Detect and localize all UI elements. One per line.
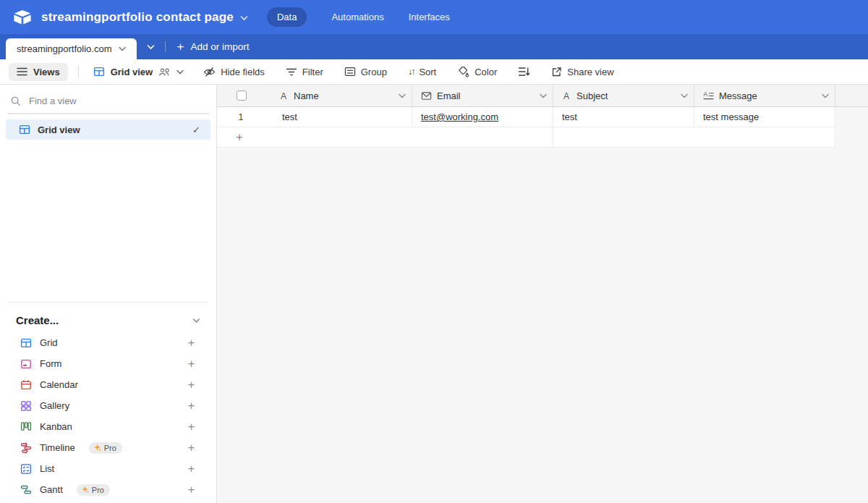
create-view-calendar[interactable]: Calendar + <box>0 374 216 395</box>
views-sidebar-toggle-button[interactable]: Views <box>9 63 68 81</box>
grid-view-icon <box>19 124 30 135</box>
create-view-gantt[interactable]: Gantt Pro + <box>0 479 216 500</box>
single-line-text-icon: A <box>279 91 289 101</box>
column-header-email[interactable]: Email <box>412 85 553 106</box>
chevron-down-icon[interactable] <box>538 92 548 100</box>
create-header-label: Create... <box>16 314 192 326</box>
cell-email[interactable]: test@working.com <box>412 107 553 127</box>
pro-badge: Pro <box>77 484 110 496</box>
svg-text:A: A <box>563 91 569 101</box>
color-button[interactable]: Color <box>451 64 503 80</box>
sidebar-view-grid-view[interactable]: Grid view ✓ <box>6 119 210 140</box>
group-label: Group <box>361 67 387 77</box>
filter-button[interactable]: Filter <box>280 64 329 80</box>
sort-label: Sort <box>419 67 436 77</box>
view-search-input[interactable] <box>29 96 174 106</box>
hide-fields-button[interactable]: Hide fields <box>197 64 271 80</box>
column-header-message[interactable]: A Message <box>694 85 835 106</box>
grid-header-row: A Name Email <box>217 85 868 107</box>
column-header-subject[interactable]: A Subject <box>553 85 694 106</box>
create-view-timeline[interactable]: Timeline Pro + <box>0 437 216 458</box>
add-row-button[interactable]: + <box>217 127 553 148</box>
create-item-label: Timeline <box>40 442 75 453</box>
chevron-down-icon <box>176 69 184 75</box>
chevron-down-icon[interactable] <box>820 92 830 100</box>
plus-icon: + <box>188 400 195 413</box>
plus-icon: + <box>236 130 243 145</box>
cell-message[interactable]: test message <box>694 107 835 127</box>
cell-subject[interactable]: test <box>553 107 694 127</box>
column-label: Message <box>719 90 757 101</box>
chevron-down-icon[interactable] <box>397 92 407 100</box>
current-view-button[interactable]: Grid view <box>89 63 189 80</box>
create-item-label: Gallery <box>40 400 69 411</box>
row-height-button[interactable] <box>512 64 536 80</box>
create-view-grid[interactable]: Grid + <box>0 332 216 353</box>
add-or-import-button[interactable]: + Add or import <box>166 41 261 53</box>
nav-tab-data[interactable]: Data <box>267 7 307 27</box>
column-label: Name <box>294 90 319 101</box>
chevron-down-icon[interactable] <box>679 92 689 100</box>
table-tab-bar: streamingportfolio.com + Add or import <box>0 34 868 59</box>
current-view-label: Grid view <box>111 67 153 77</box>
chevron-down-icon <box>240 15 248 21</box>
select-all-checkbox[interactable] <box>237 90 247 101</box>
create-view-gallery[interactable]: Gallery + <box>0 395 216 416</box>
hide-fields-label: Hide fields <box>221 67 265 77</box>
table-tab-active[interactable]: streamingportfolio.com <box>6 38 137 59</box>
email-link[interactable]: test@working.com <box>421 111 498 122</box>
cell-name[interactable]: test <box>265 107 412 127</box>
nav-tab-interfaces[interactable]: Interfaces <box>409 12 450 22</box>
sparkle-icon <box>81 486 89 494</box>
nav-tab-automations[interactable]: Automations <box>331 12 383 22</box>
header-filler <box>835 85 868 106</box>
add-row: + <box>217 127 868 148</box>
create-section-header[interactable]: Create... <box>0 303 216 332</box>
gallery-view-icon <box>20 400 32 412</box>
base-title-text: streamingportfolio contact page <box>41 10 234 25</box>
airtable-logo-icon[interactable] <box>13 9 33 25</box>
filter-label: Filter <box>302 67 323 77</box>
create-item-label: Grid <box>40 337 58 348</box>
svg-text:A: A <box>704 91 708 98</box>
create-view-kanban[interactable]: Kanban + <box>0 416 216 437</box>
pro-badge-label: Pro <box>92 486 104 494</box>
chevron-down-icon <box>192 318 200 324</box>
kanban-view-icon <box>20 421 32 433</box>
view-toolbar: Views Grid view Hide fields <box>0 59 868 85</box>
view-item-label: Grid view <box>38 124 185 135</box>
create-item-label: Calendar <box>40 379 78 390</box>
table-tab-label: streamingportfolio.com <box>17 43 112 54</box>
table-row: 1 test test@working.com test test messag… <box>217 107 868 127</box>
share-view-button[interactable]: Share view <box>545 64 619 80</box>
group-icon <box>344 67 356 77</box>
column-header-name[interactable]: A Name <box>265 85 412 106</box>
chevron-down-icon <box>147 44 155 50</box>
chevron-down-icon <box>119 46 126 51</box>
timeline-view-icon <box>20 442 32 454</box>
sort-button[interactable]: ↓↑ Sort <box>402 64 442 80</box>
create-view-list[interactable]: List + <box>0 458 216 479</box>
row-height-icon <box>518 67 530 77</box>
column-label: Subject <box>576 90 608 101</box>
sort-arrows-icon: ↓↑ <box>408 67 414 77</box>
views-sidebar: Grid view ✓ Create... Grid + <box>0 85 217 503</box>
table-list-chevron-button[interactable] <box>137 44 165 50</box>
hamburger-menu-icon <box>17 67 27 76</box>
row-number[interactable]: 1 <box>217 107 265 127</box>
base-title[interactable]: streamingportfolio contact page <box>41 10 248 25</box>
column-label: Email <box>437 90 461 101</box>
create-item-label: List <box>40 463 54 474</box>
group-button[interactable]: Group <box>339 64 393 80</box>
top-bar: streamingportfolio contact page Data Aut… <box>0 0 868 34</box>
divider <box>78 66 79 77</box>
form-view-icon <box>20 358 32 370</box>
plus-icon: + <box>177 41 184 53</box>
share-external-icon <box>551 67 562 77</box>
svg-text:A: A <box>281 91 286 101</box>
create-view-form[interactable]: Form + <box>0 353 216 374</box>
paint-color-icon <box>457 67 469 77</box>
plus-icon: + <box>188 379 195 392</box>
color-label: Color <box>475 67 497 77</box>
create-view-section: Create... Grid + Form + <box>0 302 216 503</box>
